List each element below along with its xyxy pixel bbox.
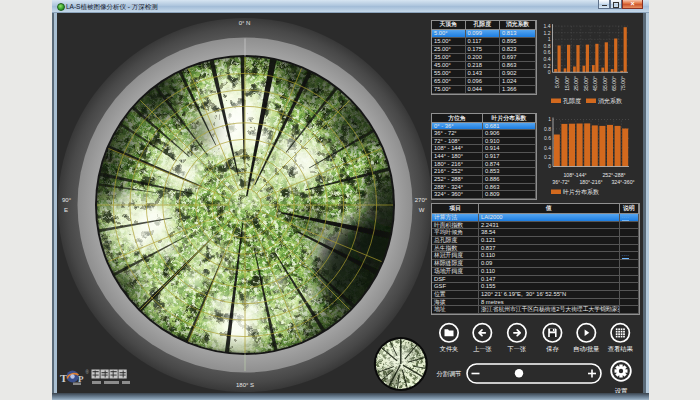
svg-text:上一张: 上一张 [473,345,492,353]
svg-text:0: 0 [548,163,551,169]
svg-text:1: 1 [548,36,551,42]
svg-text:1.2: 1.2 [544,30,551,36]
svg-text:15.00°: 15.00° [564,76,570,91]
svg-text:180° S: 180° S [236,382,254,388]
svg-text:270°: 270° [415,197,428,203]
svg-text:252°-288°: 252°-288° [602,172,625,178]
svg-text:0.2: 0.2 [544,63,551,69]
svg-text:0° N: 0° N [239,20,251,26]
svg-text:45.00°: 45.00° [592,76,598,91]
svg-text:75.00°: 75.00° [621,76,627,91]
svg-text:孔隙度: 孔隙度 [563,97,581,105]
svg-text:1.4: 1.4 [544,23,551,29]
svg-text:文件夹: 文件夹 [440,345,459,352]
svg-text:1: 1 [548,116,551,122]
svg-text:35.00°: 35.00° [583,76,589,91]
svg-text:保存: 保存 [546,345,559,352]
svg-text:消光系数: 消光系数 [598,97,622,105]
svg-text:180°-216°: 180°-216° [579,179,602,185]
svg-text:查看结果: 查看结果 [608,345,634,353]
svg-text:W: W [419,207,425,213]
svg-text:分割调节: 分割调节 [436,370,461,378]
svg-text:324°-360°: 324°-360° [611,179,634,185]
svg-text:0.2: 0.2 [544,154,551,160]
svg-text:0.6: 0.6 [544,49,551,55]
svg-text:0: 0 [548,69,551,75]
svg-text:25.00°: 25.00° [573,76,579,91]
svg-text:自动/批量: 自动/批量 [573,345,599,353]
svg-text:E: E [64,207,68,213]
svg-text:设置: 设置 [615,387,628,394]
svg-text:65.00°: 65.00° [611,76,617,91]
svg-text:108°-144°: 108°-144° [563,172,586,178]
svg-text:0.8: 0.8 [544,126,551,132]
svg-text:36°-72°: 36°-72° [552,179,569,185]
svg-text:0.6: 0.6 [544,135,551,141]
svg-text:55.00°: 55.00° [602,76,608,91]
svg-text:®: ® [86,369,90,375]
svg-text:90°: 90° [62,197,72,203]
svg-text:下一张: 下一张 [508,345,527,353]
svg-text:叶片分布系数: 叶片分布系数 [563,188,599,196]
svg-text:0.4: 0.4 [544,56,551,62]
svg-text:5.00°: 5.00° [554,76,560,88]
svg-text:0.8: 0.8 [544,43,551,49]
svg-text:0.4: 0.4 [544,145,551,151]
